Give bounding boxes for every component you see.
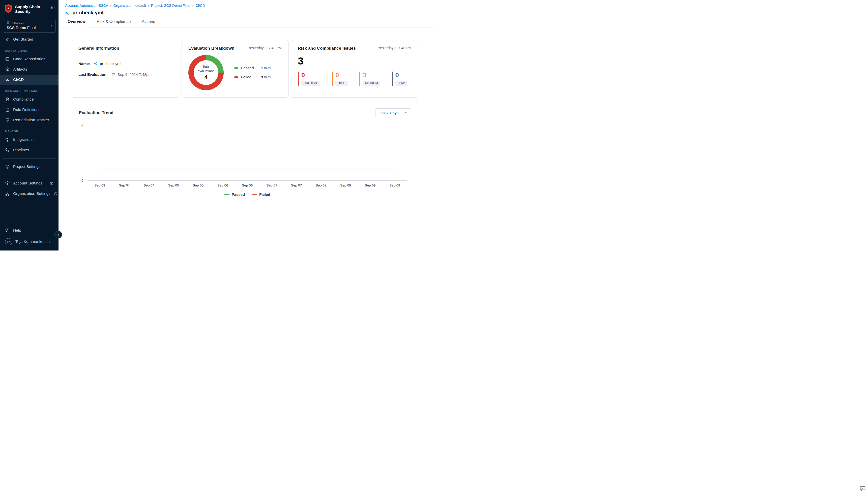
sidebar-item-account-settings[interactable]: Account Settings xyxy=(0,178,59,189)
tab-actions[interactable]: Actions xyxy=(141,19,155,27)
x-tick-label: Sep 06 xyxy=(235,183,260,187)
sidebar-item-artifacts[interactable]: Artifacts xyxy=(0,64,59,75)
page-title-row: pr-check.yml xyxy=(65,10,427,15)
rule-definitions-icon xyxy=(5,107,10,112)
rocket-icon xyxy=(5,37,10,42)
date-range-value: Last 7 Days xyxy=(378,111,398,115)
x-tick-label: Sep 04 xyxy=(137,183,161,187)
trend-line-failed xyxy=(100,148,395,148)
sidebar-item-label: Get Started xyxy=(13,37,33,42)
sidebar-collapse-button[interactable]: ‹ xyxy=(54,231,62,238)
sidebar: Supply Chain Security PROJECT SCS Demo F… xyxy=(0,0,59,250)
chevron-separator-icon: › xyxy=(148,4,149,8)
y-tick-label: 5 xyxy=(82,124,83,128)
account-settings-icon xyxy=(5,181,10,186)
card-title: Risk and Compliance Issues xyxy=(298,46,356,51)
sidebar-item-cicd[interactable]: CI/CD xyxy=(0,75,59,85)
cicd-icon xyxy=(5,77,10,82)
sidebar-item-label: Remediation Tracker xyxy=(13,118,49,122)
x-tick-label: Sep 07 xyxy=(260,183,284,187)
breadcrumb-project[interactable]: Project: SCS Demo Final xyxy=(151,3,190,8)
legend-swatch xyxy=(234,67,238,69)
module-grid-icon[interactable] xyxy=(51,4,55,10)
date-range-select[interactable]: Last 7 Days xyxy=(375,108,411,117)
x-tick-label: Sep 04 xyxy=(112,183,136,187)
remediation-tracker-icon xyxy=(5,118,10,122)
legend-label: Failed xyxy=(259,192,270,196)
x-tick-label: Sep 05 xyxy=(161,183,186,187)
breadcrumb-account[interactable]: Account: Automation-SSCA xyxy=(65,3,108,8)
project-selector[interactable]: PROJECT SCS Demo Final xyxy=(3,19,55,33)
severity-low: 0 LOW xyxy=(392,72,407,86)
sidebar-item-help[interactable]: Help xyxy=(0,225,59,235)
avatar: TK xyxy=(5,238,12,245)
workflow-file-icon xyxy=(65,10,70,15)
breadcrumb: Account: Automation-SSCA › Organization:… xyxy=(65,3,427,8)
evaluation-trend-card: Evaluation Trend Last 7 Days 5 0 Sep 03S… xyxy=(72,102,418,200)
severity-badge: CRITICAL xyxy=(301,81,320,86)
legend-swatch xyxy=(234,76,238,78)
sidebar-item-label: Pipelines xyxy=(13,148,29,152)
issues-total: 3 xyxy=(298,56,411,66)
sidebar-item-project-settings[interactable]: Project Settings xyxy=(0,161,59,172)
info-icon xyxy=(54,192,57,195)
trend-chart: 5 0 Sep 03Sep 04Sep 04Sep 05Sep 05Sep 06… xyxy=(87,126,407,196)
card-timestamp: Yesterday at 7:48 PM xyxy=(248,46,282,50)
app-logo-icon xyxy=(4,4,13,13)
breakdown-legend-failed: Failed 3 rules xyxy=(234,75,271,79)
chevron-down-icon xyxy=(405,111,408,115)
name-label: Name: xyxy=(79,62,90,66)
info-icon xyxy=(50,181,53,185)
sidebar-item-label: Integrations xyxy=(13,137,33,142)
card-title: Evaluation Trend xyxy=(79,110,114,115)
artifacts-icon xyxy=(5,67,10,72)
project-name: SCS Demo Final xyxy=(7,25,48,30)
legend-swatch xyxy=(252,194,257,195)
sidebar-item-remediation-tracker[interactable]: Remediation Tracker xyxy=(0,115,59,125)
sidebar-divider xyxy=(3,175,55,175)
sidebar-item-label: Rule Definitions xyxy=(13,107,41,112)
sidebar-item-integrations[interactable]: Integrations xyxy=(0,135,59,145)
tabs: Overview Risk & Compliance Actions xyxy=(65,19,427,27)
severity-count: 0 xyxy=(301,72,320,78)
sidebar-item-organization-settings[interactable]: Organization Settings xyxy=(0,189,59,199)
sidebar-item-label: Organization Settings xyxy=(13,191,50,196)
sidebar-item-user[interactable]: TK Teja Kummarikuntla xyxy=(0,235,59,248)
trend-legend-item-passed: Passed xyxy=(224,192,245,196)
sidebar-item-code-repositories[interactable]: Code Repositories xyxy=(0,54,59,64)
trend-legend: PassedFailed xyxy=(87,192,407,196)
sidebar-item-rule-definitions[interactable]: Rule Definitions xyxy=(0,105,59,115)
sidebar-item-get-started[interactable]: Get Started xyxy=(0,34,59,45)
last-evaluation-field: Last Evaluation: Sep 9, 2024 7:48pm xyxy=(79,72,172,77)
breadcrumb-organization[interactable]: Organization: default xyxy=(114,3,146,8)
evaluation-breakdown-card: Evaluation Breakdown Yesterday at 7:48 P… xyxy=(181,40,289,97)
last-evaluation-label: Last Evaluation: xyxy=(79,72,108,77)
legend-unit: rules xyxy=(264,75,271,79)
sidebar-item-pipelines[interactable]: Pipelines xyxy=(0,145,59,155)
help-chat-icon xyxy=(5,228,10,233)
x-tick-label: Sep 06 xyxy=(210,183,235,187)
sidebar-item-compliance[interactable]: Compliance xyxy=(0,94,59,105)
trend-plot: 5 0 xyxy=(87,126,407,181)
tab-risk-compliance[interactable]: Risk & Compliance xyxy=(96,19,131,27)
x-tick-label: Sep 07 xyxy=(284,183,308,187)
organization-settings-icon xyxy=(5,191,10,196)
brand: Supply Chain Security xyxy=(0,0,59,17)
severity-count: 0 xyxy=(395,72,407,78)
section-label-supply-chain: SUPPLY CHAIN xyxy=(0,45,59,54)
pipelines-icon xyxy=(5,148,10,152)
breakdown-legend-passed: Passed 1 rules xyxy=(234,66,271,70)
card-title: General Information xyxy=(79,46,119,51)
tab-overview[interactable]: Overview xyxy=(67,19,86,27)
trend-legend-item-failed: Failed xyxy=(252,192,270,196)
severity-badge: HIGH xyxy=(335,81,348,86)
sidebar-item-label: Code Repositories xyxy=(13,57,45,61)
breakdown-legend: Passed 1 rules Failed 3 rules xyxy=(234,66,271,79)
sidebar-item-label: Artifacts xyxy=(13,67,27,72)
card-title: Evaluation Breakdown xyxy=(188,46,234,51)
chevron-separator-icon: › xyxy=(192,4,194,8)
project-icon xyxy=(7,21,9,24)
name-value: pr-check.yml xyxy=(100,62,121,66)
breadcrumb-cicd[interactable]: CI/CD xyxy=(196,3,205,8)
severity-medium: 3 MEDIUM xyxy=(359,72,380,86)
